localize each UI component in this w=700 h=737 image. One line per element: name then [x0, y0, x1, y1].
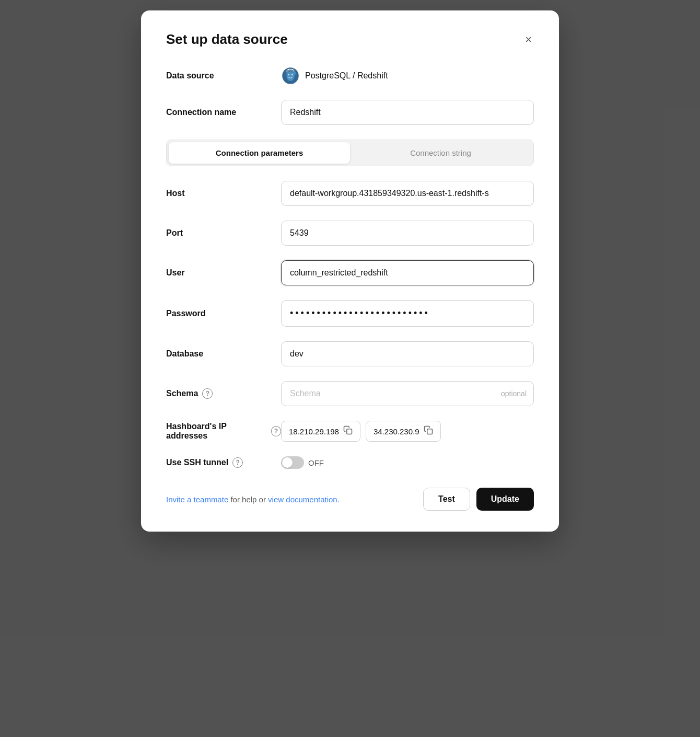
copy-icon-2[interactable]	[424, 425, 433, 437]
close-button[interactable]: ×	[523, 32, 534, 48]
svg-point-3	[291, 74, 293, 75]
host-input[interactable]	[281, 181, 534, 206]
password-row: Password	[166, 300, 534, 327]
footer-middle-text: for help or	[228, 495, 268, 504]
ssh-toggle[interactable]	[281, 456, 304, 469]
database-label: Database	[166, 349, 281, 359]
test-button[interactable]: Test	[423, 488, 470, 511]
schema-optional-label: optional	[501, 389, 527, 398]
host-label: Host	[166, 189, 281, 198]
tab-connection-parameters[interactable]: Connection parameters	[169, 142, 350, 164]
schema-input-wrap: optional	[281, 381, 534, 406]
schema-label: Schema ?	[166, 388, 281, 399]
ip-chip-1[interactable]: 18.210.29.198	[281, 421, 360, 442]
svg-rect-5	[427, 429, 432, 434]
ssh-tunnel-label: Use SSH tunnel ?	[166, 457, 281, 468]
ip-address-2: 34.230.230.9	[374, 427, 419, 436]
database-row: Database	[166, 341, 534, 366]
svg-point-2	[288, 74, 289, 75]
ip-address-1: 18.210.29.198	[289, 427, 339, 436]
password-input[interactable]	[281, 300, 534, 327]
invite-teammate-link[interactable]: Invite a teammate	[166, 495, 228, 504]
view-documentation-link[interactable]: view documentation.	[268, 495, 340, 504]
user-label: User	[166, 268, 281, 278]
ssh-toggle-wrap: OFF	[281, 456, 324, 469]
tab-connection-string[interactable]: Connection string	[350, 142, 531, 164]
modal-footer: Invite a teammate for help or view docum…	[166, 488, 534, 511]
schema-row: Schema ? optional	[166, 381, 534, 406]
modal-overlay: Set up data source × Data source	[0, 0, 700, 737]
ip-addresses-label: Hashboard's IP addresses ?	[166, 422, 281, 441]
user-input[interactable]	[281, 260, 534, 285]
datasource-name: PostgreSQL / Redshift	[305, 71, 388, 80]
ip-help-icon[interactable]: ?	[271, 426, 281, 436]
postgresql-icon	[281, 66, 300, 85]
port-label: Port	[166, 228, 281, 238]
port-input[interactable]	[281, 221, 534, 246]
copy-icon-1[interactable]	[343, 425, 353, 437]
port-row: Port	[166, 221, 534, 246]
svg-rect-4	[347, 429, 352, 434]
ssh-tunnel-row: Use SSH tunnel ? OFF	[166, 456, 534, 469]
ip-chip-2[interactable]: 34.230.230.9	[366, 421, 441, 442]
tab-switcher: Connection parameters Connection string	[166, 140, 534, 166]
datasource-row: Data source PostgreSQL / Redshift	[166, 66, 534, 85]
footer-buttons: Test Update	[423, 488, 534, 511]
ssh-toggle-label: OFF	[308, 458, 324, 467]
datasource-label: Data source	[166, 71, 281, 80]
schema-help-icon[interactable]: ?	[202, 388, 213, 399]
schema-input[interactable]	[281, 381, 534, 406]
modal-header: Set up data source ×	[166, 31, 534, 48]
connection-name-label: Connection name	[166, 108, 281, 117]
host-row: Host	[166, 181, 534, 206]
toggle-knob	[282, 457, 293, 468]
modal-title: Set up data source	[166, 31, 288, 48]
database-input[interactable]	[281, 341, 534, 366]
password-label: Password	[166, 309, 281, 318]
ip-chips: 18.210.29.198 34.230.230.9	[281, 421, 441, 442]
ip-addresses-row: Hashboard's IP addresses ? 18.210.29.198…	[166, 421, 534, 442]
update-button[interactable]: Update	[476, 488, 534, 511]
ssh-help-icon[interactable]: ?	[232, 457, 243, 468]
user-row: User	[166, 260, 534, 285]
modal-dialog: Set up data source × Data source	[141, 10, 559, 532]
connection-name-row: Connection name	[166, 100, 534, 125]
connection-name-input[interactable]	[281, 100, 534, 125]
footer-links: Invite a teammate for help or view docum…	[166, 495, 340, 504]
datasource-value: PostgreSQL / Redshift	[281, 66, 388, 85]
